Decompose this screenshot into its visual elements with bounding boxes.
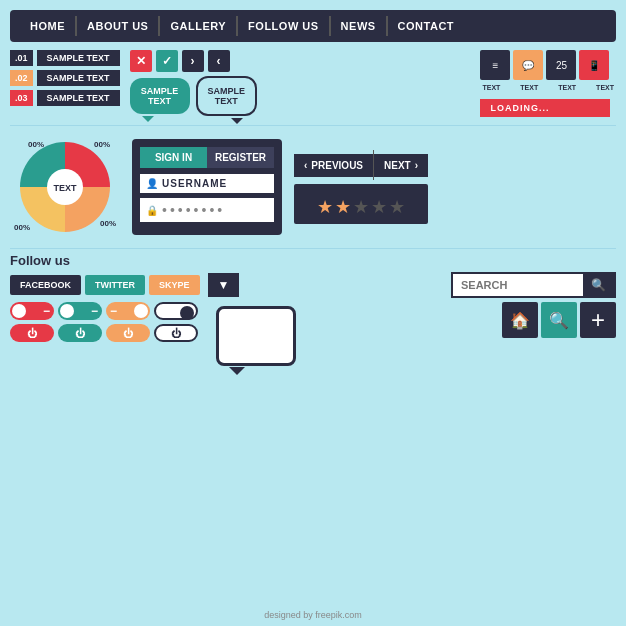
- star-1[interactable]: ★: [317, 196, 333, 218]
- list-item-2[interactable]: .02 SAMPLE TEXT: [10, 70, 120, 86]
- chevron-right-icon: ›: [415, 160, 418, 171]
- divider2: [10, 248, 616, 249]
- toggle-circle-1: [12, 304, 26, 318]
- username-label: USERNAME: [162, 178, 227, 189]
- divider1: [10, 125, 616, 126]
- icon-label-text4: TEXT: [596, 84, 614, 91]
- power-btn-2[interactable]: ⏻: [58, 324, 102, 342]
- nav-bar: HOME ABOUT US GALLERY FOLLOW US NEWS CON…: [0, 10, 626, 42]
- list-item-3[interactable]: .03 SAMPLE TEXT: [10, 90, 120, 106]
- pie-label-2: 00%: [94, 140, 110, 149]
- username-input[interactable]: 👤 USERNAME: [140, 174, 274, 193]
- action-icons: 🏠 🔍 +: [502, 302, 616, 338]
- section2: TEXT 00% 00% 00% 00% SIGN IN REGISTER 👤 …: [10, 132, 616, 242]
- nav-follow[interactable]: FOLLOW US: [238, 16, 331, 36]
- stars-row: ★ ★ ★ ★ ★: [317, 196, 405, 218]
- search-bar: 🔍: [451, 272, 616, 298]
- pie-chart: TEXT 00% 00% 00% 00%: [10, 132, 120, 242]
- power-btn-1[interactable]: ⏻: [10, 324, 54, 342]
- icon-buttons: ≡ 💬 25 📱 TEXT TEXT TEXT TEXT LOADING...: [480, 50, 616, 117]
- toggle-row-1: − − −: [10, 302, 198, 320]
- section1: .01 SAMPLE TEXT .02 SAMPLE TEXT .03 SAMP…: [10, 50, 616, 117]
- icon-phone[interactable]: 📱: [579, 50, 609, 80]
- arrow-right[interactable]: ›: [182, 50, 204, 72]
- next-label: NEXT: [384, 160, 411, 171]
- bubbles-area: SAMPLETEXT SAMPLETEXT: [130, 76, 258, 116]
- bubble-dark: SAMPLETEXT: [130, 78, 190, 114]
- star-4[interactable]: ★: [371, 196, 387, 218]
- list-label-3: SAMPLE TEXT: [37, 90, 120, 106]
- chat-bubble: [216, 306, 296, 366]
- chat-bubble-container: [216, 306, 296, 366]
- power-btn-4[interactable]: ⏻: [154, 324, 198, 342]
- list-items: .01 SAMPLE TEXT .02 SAMPLE TEXT .03 SAMP…: [10, 50, 120, 106]
- search-input[interactable]: [453, 275, 583, 295]
- toggle-1[interactable]: −: [10, 302, 54, 320]
- star-2[interactable]: ★: [335, 196, 351, 218]
- list-label-2: SAMPLE TEXT: [37, 70, 120, 86]
- section3: Follow us FACEBOOK TWITTER SKYPE ▼ 🔍: [10, 253, 616, 298]
- toggle-2[interactable]: −: [58, 302, 102, 320]
- toggle-minus-3: −: [110, 304, 117, 318]
- list-num-2: .02: [10, 70, 33, 86]
- list-num-1: .01: [10, 50, 33, 66]
- icon-doc[interactable]: ≡: [480, 50, 510, 80]
- pagination: ‹ PREVIOUS NEXT ›: [294, 150, 428, 180]
- toggle-minus-1: −: [43, 304, 50, 318]
- pie-label-1: 00%: [28, 140, 44, 149]
- list-num-3: .03: [10, 90, 33, 106]
- bubble-outline: SAMPLETEXT: [196, 76, 258, 116]
- toggle-3[interactable]: −: [106, 302, 150, 320]
- power-btn-3[interactable]: ⏻: [106, 324, 150, 342]
- toggle-circle-4: [180, 306, 194, 320]
- skype-btn[interactable]: SKYPE: [149, 275, 200, 295]
- lock-icon: 🔒: [146, 205, 158, 216]
- signin-tab[interactable]: SIGN IN: [140, 147, 207, 168]
- svg-text:TEXT: TEXT: [53, 183, 77, 193]
- home-action-icon[interactable]: 🏠: [502, 302, 538, 338]
- user-icon: 👤: [146, 178, 158, 189]
- checkbox-check[interactable]: ✓: [156, 50, 178, 72]
- checkbox-area: ✕ ✓ › ‹ SAMPLETEXT SAMPLETEXT: [130, 50, 258, 116]
- login-form: SIGN IN REGISTER 👤 USERNAME 🔒 ••••••••: [132, 139, 282, 235]
- arrow-left[interactable]: ‹: [208, 50, 230, 72]
- facebook-btn[interactable]: FACEBOOK: [10, 275, 81, 295]
- bottom-row: − − − ⏻ ⏻ ⏻ ⏻ 🏠 🔍 +: [10, 302, 616, 366]
- list-item-1[interactable]: .01 SAMPLE TEXT: [10, 50, 120, 66]
- toggle-minus-2: −: [91, 304, 98, 318]
- icon-chat[interactable]: 💬: [513, 50, 543, 80]
- toggles-area: − − − ⏻ ⏻ ⏻ ⏻: [10, 302, 198, 342]
- twitter-btn[interactable]: TWITTER: [85, 275, 145, 295]
- nav-contact[interactable]: CONTACT: [388, 16, 464, 36]
- star-5[interactable]: ★: [389, 196, 405, 218]
- search-button[interactable]: 🔍: [583, 274, 614, 296]
- watermark: designed by freepik.com: [264, 610, 362, 620]
- icon-label-text2: TEXT: [520, 84, 538, 91]
- chevron-down-icon: ▼: [218, 278, 230, 292]
- add-action-icon[interactable]: +: [580, 302, 616, 338]
- stars-bar: ★ ★ ★ ★ ★: [294, 184, 428, 224]
- register-tab[interactable]: REGISTER: [207, 147, 274, 168]
- nav-about[interactable]: ABOUT US: [77, 16, 160, 36]
- follow-title: Follow us: [10, 253, 616, 268]
- password-dots: ••••••••: [162, 202, 225, 218]
- loading-bar: LOADING...: [480, 99, 610, 117]
- nav-gallery[interactable]: GALLERY: [160, 16, 238, 36]
- next-button[interactable]: NEXT ›: [374, 154, 428, 177]
- pie-label-4: 00%: [100, 219, 116, 228]
- nav-news[interactable]: NEWS: [331, 16, 388, 36]
- checkbox-x[interactable]: ✕: [130, 50, 152, 72]
- chevron-left-icon: ‹: [304, 160, 307, 171]
- pie-label-3: 00%: [14, 223, 30, 232]
- prev-button[interactable]: ‹ PREVIOUS: [294, 154, 373, 177]
- password-input[interactable]: 🔒 ••••••••: [140, 198, 274, 222]
- search-action-icon[interactable]: 🔍: [541, 302, 577, 338]
- social-buttons: FACEBOOK TWITTER SKYPE: [10, 275, 200, 295]
- dropdown[interactable]: ▼: [208, 273, 240, 297]
- nav-home[interactable]: HOME: [20, 16, 77, 36]
- icon-25: 25: [546, 50, 576, 80]
- toggle-circle-2: [60, 304, 74, 318]
- star-3[interactable]: ★: [353, 196, 369, 218]
- toggle-4[interactable]: [154, 302, 198, 320]
- prev-label: PREVIOUS: [311, 160, 363, 171]
